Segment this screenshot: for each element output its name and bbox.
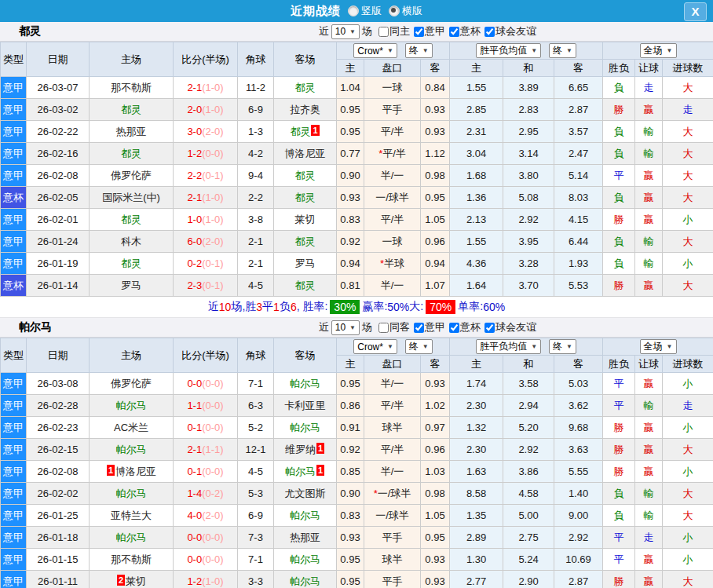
team-name-text: 卡利亚里 (285, 400, 326, 411)
team-name-text: 拉齐奥 (290, 104, 320, 115)
filter-checkbox[interactable] (378, 323, 389, 333)
avg-lose: 3.62 (554, 395, 603, 417)
odds-home: 0.90 (337, 483, 364, 505)
fulltime-score: 1-0 (187, 214, 202, 225)
result-goals: 大 (663, 439, 713, 461)
match-date: 26-02-08 (27, 461, 90, 483)
team-name-text: 罗马 (295, 257, 316, 269)
odds-home: 0.92 (337, 231, 364, 253)
away-team: 热那亚 (274, 527, 337, 549)
odds-away: 1.07 (421, 275, 450, 297)
home-team: 帕尔马 (90, 395, 174, 417)
match-count-select[interactable]: 10▼ (331, 24, 360, 39)
result-handicap: 贏 (635, 209, 663, 231)
layout-radio-horizontal[interactable]: 横版 (389, 4, 422, 18)
avg-lose: 1.40 (554, 483, 603, 505)
close-icon[interactable]: X (684, 2, 707, 21)
home-team: 热那亚 (90, 121, 174, 143)
league-badge: 意甲 (1, 77, 27, 99)
avg-stage-select[interactable]: 终▼ (549, 339, 576, 354)
avg-win: 1.30 (450, 549, 503, 571)
home-team: 那不勒斯 (90, 77, 174, 99)
halftime-score: (1-0) (202, 575, 223, 587)
filter-option[interactable]: 球会友谊 (481, 24, 536, 38)
filter-checkbox[interactable] (449, 27, 459, 37)
team-name-text: 都灵 (121, 148, 141, 159)
avg-win: 2.13 (450, 209, 503, 231)
odds-away: 1.05 (421, 505, 450, 527)
filter-checkbox[interactable] (449, 323, 459, 333)
filter-checkbox[interactable] (414, 323, 424, 333)
filter-label: 球会友谊 (495, 320, 536, 334)
halftime-score: (1-0) (202, 214, 223, 225)
filter-checkbox[interactable] (378, 27, 389, 37)
filter-label: 意甲 (425, 320, 445, 334)
results-table-parma: 类型 日期 主场 比分(半场) 角球 客场 Crow*▼ 终▼ 胜平负均值▼ 终… (0, 338, 713, 588)
result-outcome: 平 (603, 373, 635, 395)
league-badge: 意杯 (1, 187, 27, 209)
avg-type-select[interactable]: 胜平负均值▼ (476, 339, 541, 354)
odds-away: 0.95 (421, 187, 450, 209)
filter-checkbox[interactable] (484, 27, 495, 37)
avg-stage-select[interactable]: 终▼ (549, 43, 576, 58)
avg-type-select[interactable]: 胜平负均值▼ (476, 43, 541, 58)
result-outcome: 勝 (603, 571, 635, 588)
result-outcome: 負 (603, 253, 635, 275)
league-badge: 意甲 (1, 253, 27, 275)
away-team: 帕尔马 (274, 417, 337, 439)
radio-horizontal-icon[interactable] (389, 5, 400, 16)
radio-horizontal-label: 横版 (402, 4, 422, 18)
filter-option[interactable]: 意甲 (410, 320, 445, 334)
col-goals-result: 进球数 (663, 356, 713, 373)
recent-results-popup: 近期战绩 竖版 横版 X 都灵 近10▼场同主意甲意杯球会友谊 类型 日期 主场… (0, 0, 713, 588)
scope-select[interactable]: 全场▼ (640, 339, 677, 354)
match-row: 意甲26-01-15那不勒斯0-0(0-0)7-1帕尔马0.95球半0.931.… (1, 549, 713, 571)
corner-count: 1-3 (238, 121, 274, 143)
result-handicap: 輸 (635, 505, 663, 527)
filter-option[interactable]: 同主 (375, 24, 410, 38)
radio-vertical-icon[interactable] (348, 5, 359, 16)
fulltime-score: 2-1 (187, 82, 202, 93)
avg-win: 8.58 (450, 483, 503, 505)
result-outcome: 勝 (603, 275, 635, 297)
odds-handicap: *平/半 (364, 143, 421, 165)
col-outcome: 胜负 (603, 60, 635, 77)
odds-stage-select[interactable]: 终▼ (405, 43, 433, 58)
stats-segment: 单率: (458, 300, 483, 314)
fulltime-score: 1-2 (187, 575, 202, 587)
halftime-score: (2-0) (202, 126, 223, 137)
filter-option[interactable]: 意甲 (410, 24, 445, 38)
filter-option[interactable]: 同客 (375, 320, 410, 334)
result-goals: 小 (663, 461, 713, 483)
filter-checkbox[interactable] (414, 27, 424, 37)
odds-stage-value: 终 (409, 340, 419, 353)
team-name-text: 佛罗伦萨 (111, 378, 152, 389)
match-count-select[interactable]: 10▼ (331, 320, 360, 335)
layout-radio-vertical[interactable]: 竖版 (348, 4, 382, 18)
match-date: 26-02-15 (27, 439, 90, 461)
result-goals: 小 (663, 527, 713, 549)
bookmaker-select[interactable]: Crow*▼ (353, 43, 397, 58)
away-team: 卡利亚里 (274, 395, 337, 417)
halftime-score: (0-0) (202, 378, 223, 389)
home-team: 亚特兰大 (90, 505, 174, 527)
result-outcome: 勝 (603, 461, 635, 483)
avg-lose: 5.03 (554, 373, 603, 395)
away-team: 莱切 (274, 209, 337, 231)
odds-home: 0.95 (337, 571, 364, 588)
team-name-text: 都灵 (295, 279, 316, 291)
dropdown-arrow-icon: ▼ (349, 28, 356, 35)
result-handicap: 輸 (635, 253, 663, 275)
result-handicap: 走 (635, 527, 663, 549)
scope-select[interactable]: 全场▼ (640, 43, 677, 58)
match-count-value: 10 (335, 322, 346, 333)
team-name-text: AC米兰 (114, 422, 148, 433)
filter-option[interactable]: 意杯 (445, 320, 481, 334)
filter-option[interactable]: 意杯 (445, 24, 481, 38)
odds-stage-select[interactable]: 终▼ (405, 339, 433, 354)
filter-checkbox[interactable] (484, 323, 495, 333)
col-home: 主场 (90, 338, 174, 373)
filter-option[interactable]: 球会友谊 (481, 320, 536, 334)
team-name-text: 帕尔马 (116, 531, 147, 543)
bookmaker-select[interactable]: Crow*▼ (353, 339, 397, 354)
